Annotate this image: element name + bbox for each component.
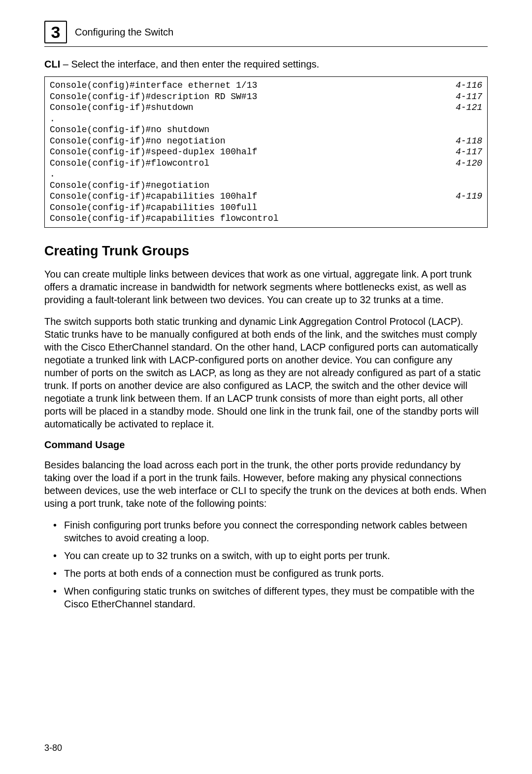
list-item: When configuring static trunks on switch… [53, 585, 488, 610]
cli-code-block: Console(config)#interface ethernet 1/134… [44, 76, 488, 228]
cli-cmd: Console(config-if)#shutdown [50, 102, 194, 113]
cli-ref: 4-117 [456, 91, 482, 103]
cli-line: Console(config)#interface ethernet 1/134… [50, 80, 482, 91]
paragraph: The switch supports both static trunking… [44, 315, 488, 430]
cli-cmd: Console(config-if)#negotiation [50, 180, 209, 191]
cli-cmd: Console(config-if)#speed-duplex 100half [50, 146, 257, 158]
page-header: 3 Configuring the Switch [44, 21, 488, 47]
cli-line: Console(config-if)#flowcontrol4-120 [50, 158, 482, 169]
cli-cmd: Console(config)#interface ethernet 1/13 [50, 80, 257, 91]
cli-cmd: Console(config-if)#capabilities flowcont… [50, 213, 278, 224]
cli-cmd: Console(config-if)#capabilities 100full [50, 202, 257, 213]
page: 3 Configuring the Switch CLI – Select th… [0, 0, 532, 774]
paragraph: You can create multiple links between de… [44, 268, 488, 306]
cli-line: Console(config-if)#description RD SW#134… [50, 91, 482, 103]
cli-line: . [50, 113, 482, 125]
chapter-title: Configuring the Switch [75, 27, 173, 38]
cli-cmd: Console(config-if)#flowcontrol [50, 158, 209, 169]
list-item: The ports at both ends of a connection m… [53, 567, 488, 580]
cli-line: Console(config-if)#no shutdown [50, 124, 482, 136]
cli-line: Console(config-if)#no negotiation4-118 [50, 136, 482, 147]
cli-line: . [50, 169, 482, 180]
cli-ref: 4-119 [456, 191, 482, 202]
cli-cmd: Console(config-if)#capabilities 100half [50, 191, 257, 202]
cli-ref: 4-117 [456, 146, 482, 158]
cli-ref: 4-116 [456, 80, 482, 91]
chapter-number-box: 3 [44, 21, 67, 43]
cli-line: Console(config-if)#negotiation [50, 180, 482, 191]
cli-line: Console(config-if)#capabilities 100half4… [50, 191, 482, 202]
cli-line: Console(config-if)#capabilities 100full [50, 202, 482, 213]
cli-cmd: . [50, 169, 55, 180]
cli-cmd: Console(config-if)#description RD SW#13 [50, 91, 257, 103]
page-number: 3-80 [44, 743, 62, 753]
cli-line: Console(config-if)#speed-duplex 100half4… [50, 146, 482, 158]
subheading: Command Usage [44, 439, 488, 451]
cli-cmd: . [50, 113, 55, 125]
cli-label: CLI [44, 59, 60, 70]
cli-lead-paragraph: CLI – Select the interface, and then ent… [44, 58, 488, 70]
list-item: Finish configuring port trunks before yo… [53, 519, 488, 544]
cli-cmd: Console(config-if)#no shutdown [50, 124, 209, 136]
paragraph: Besides balancing the load across each p… [44, 458, 488, 510]
section-heading: Creating Trunk Groups [44, 244, 488, 259]
list-item: You can create up to 32 trunks on a swit… [53, 549, 488, 562]
cli-lead-text: – Select the interface, and then enter t… [60, 59, 319, 70]
cli-ref: 4-121 [456, 102, 482, 113]
chapter-number: 3 [51, 23, 61, 42]
cli-line: Console(config-if)#shutdown4-121 [50, 102, 482, 113]
cli-ref: 4-118 [456, 136, 482, 147]
bullet-list: Finish configuring port trunks before yo… [53, 519, 488, 610]
cli-line: Console(config-if)#capabilities flowcont… [50, 213, 482, 224]
cli-cmd: Console(config-if)#no negotiation [50, 136, 225, 147]
cli-ref: 4-120 [456, 158, 482, 169]
